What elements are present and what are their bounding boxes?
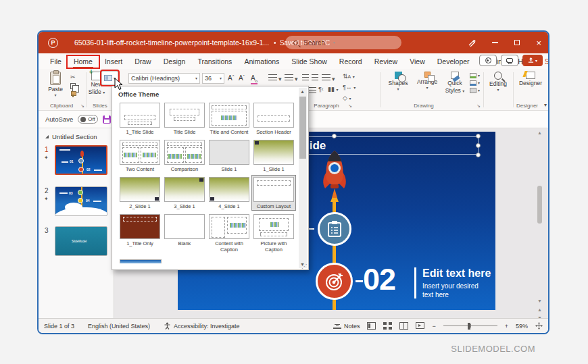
numbering-caret[interactable]: ▾ [295,76,298,82]
slide-show-button[interactable] [416,322,424,330]
decrease-indent-button[interactable] [302,74,309,82]
normal-view-button[interactable] [367,322,376,330]
tab-insert[interactable]: Insert [99,55,128,68]
shape-outline-button[interactable]: ▾ [470,80,480,86]
columns-button[interactable]: ▮▮ ▾ [328,86,338,93]
zoom-out-button[interactable]: − [432,323,435,330]
share-button[interactable]: ▾ [522,55,543,66]
format-painter-button[interactable] [70,91,76,97]
shape-effects-button[interactable]: ▾ [470,88,480,93]
gallery-scrollbar[interactable]: ▲ ▼ [299,88,307,268]
collapse-ribbon-chevron[interactable]: ▾ [544,103,547,108]
partial-layout-row[interactable] [120,259,162,263]
line-spacing-button[interactable] [322,74,330,82]
tab-animations[interactable]: Animations [238,55,285,68]
notes-button[interactable]: Notes [333,323,360,330]
gallery-scroll-up[interactable]: ▲ [300,89,305,94]
rocket-illustration[interactable] [316,149,353,203]
layout-option[interactable]: Two Content [118,138,162,173]
layout-option[interactable]: 1_Title Only [118,213,162,253]
previous-slide-button[interactable]: ▲ [537,307,542,312]
layout-option[interactable]: Title Slide [163,101,206,136]
fit-to-window-icon[interactable] [535,322,543,330]
text-direction-button[interactable]: ¶↔ ▾ [343,84,356,90]
layout-option[interactable]: 1_Slide 1 [252,138,295,173]
autosave-toggle[interactable]: Off [78,115,98,124]
zoom-level[interactable]: 59% [516,323,528,330]
scroll-up-arrow[interactable]: ▲ [537,130,542,135]
target-node[interactable] [316,263,353,300]
tab-draw[interactable]: Draw [128,55,157,68]
tab-slide-show[interactable]: Slide Show [285,55,333,68]
layout-option[interactable]: 1_Title Slide [118,101,162,136]
slide-thumbnail-1[interactable]: 1 ✦ 01 02 [39,145,114,180]
resize-grip[interactable]: ⋰ [301,263,307,269]
animation-star-icon[interactable]: ✦ [44,196,49,202]
numbering-button[interactable] [285,74,293,82]
shape-fill-button[interactable]: ▾ [470,73,480,78]
layout-option[interactable]: Picture with Caption [252,213,295,253]
slide-2-thumb[interactable]: 03 04 [55,186,107,216]
editor-scrollbar[interactable]: ▲ ▼ ▲ ▼ [536,130,544,321]
paste-button[interactable]: Paste ▾ [44,72,67,97]
reading-view-button[interactable] [399,322,408,330]
font-size-combobox[interactable]: 36▾ [202,73,224,84]
tab-transitions[interactable]: Transitions [191,55,238,68]
ink-editor-icon[interactable] [468,38,476,47]
minimize-button[interactable] [492,42,498,43]
slide-3-thumb[interactable]: SlideModel [55,226,107,256]
tab-record[interactable]: Record [333,55,368,68]
accessibility-status[interactable]: Accessibility: Investigate [164,322,240,330]
save-icon[interactable] [103,115,111,124]
font-name-combobox[interactable]: Calibri (Headings)▾ [128,73,200,84]
designer-button[interactable]: Designer [516,72,545,86]
tab-home[interactable]: Home [68,55,99,68]
language-status[interactable]: English (United States) [88,323,150,330]
layout-option[interactable]: Section Header [252,101,295,136]
layout-option[interactable]: 3_Slide 1 [163,176,206,210]
copy-button[interactable] [70,83,76,89]
close-button[interactable]: × [536,38,541,48]
bullets-caret[interactable]: ▾ [278,76,282,82]
tab-design[interactable]: Design [157,55,192,68]
search-input[interactable]: Search [285,36,401,49]
layout-option[interactable]: Slide 1 [207,138,251,173]
selection-handle[interactable] [332,134,337,138]
change-case-button[interactable]: Ao [251,74,258,84]
gallery-scroll-thumb[interactable] [299,97,306,159]
slide-thumbnail-2[interactable]: 2 ✦ 03 04 [39,186,114,222]
slide-sorter-view-button[interactable] [383,322,392,330]
drawing-dialog-launcher[interactable]: ↘ [476,103,481,109]
editing-button[interactable]: Editing▾ [486,72,510,92]
animation-star-icon[interactable]: ✦ [44,155,49,161]
paragraph-dialog-launcher[interactable]: ↘ [348,103,352,109]
selection-handle[interactable] [476,153,481,157]
grow-font-button[interactable]: A^ [228,74,235,82]
layout-option[interactable]: Title and Content [207,101,251,136]
tab-file[interactable]: File [44,55,68,68]
scroll-down-arrow[interactable]: ▼ [537,298,542,303]
line-spacing-caret[interactable]: ▾ [332,76,335,82]
layout-option[interactable]: 4_Slide 1 [207,176,251,210]
increase-indent-button[interactable] [312,74,318,82]
paragraph-direction-ltr-button[interactable]: ¶‹ [318,86,324,93]
tab-developer[interactable]: Developer [431,55,476,68]
layout-option[interactable]: 2_Slide 1 [118,176,162,210]
layout-option[interactable]: Content with Caption [207,213,251,253]
selection-handle[interactable] [476,143,481,148]
section-header[interactable]: Untitled Section [39,128,114,143]
shrink-font-button[interactable]: Aˇ [239,74,245,82]
arrange-button[interactable]: Arrange▾ [413,72,441,90]
tab-review[interactable]: Review [368,55,403,68]
bullets-button[interactable] [268,74,277,82]
step-number[interactable]: 02 [363,262,395,297]
sort-text-button[interactable]: ⇅A ▾ [343,73,355,80]
zoom-slider-thumb[interactable] [468,323,470,330]
clipboard-dialog-launcher[interactable]: ↘ [80,103,84,109]
clipboard-node[interactable] [318,212,351,246]
cut-button[interactable]: ✂ [70,74,76,81]
shapes-button[interactable]: Shapes▾ [385,72,412,91]
layout-option[interactable]: Blank [163,213,206,253]
maximize-button[interactable] [514,40,520,45]
quick-styles-button[interactable]: Quick Styles ▾ [443,72,467,94]
